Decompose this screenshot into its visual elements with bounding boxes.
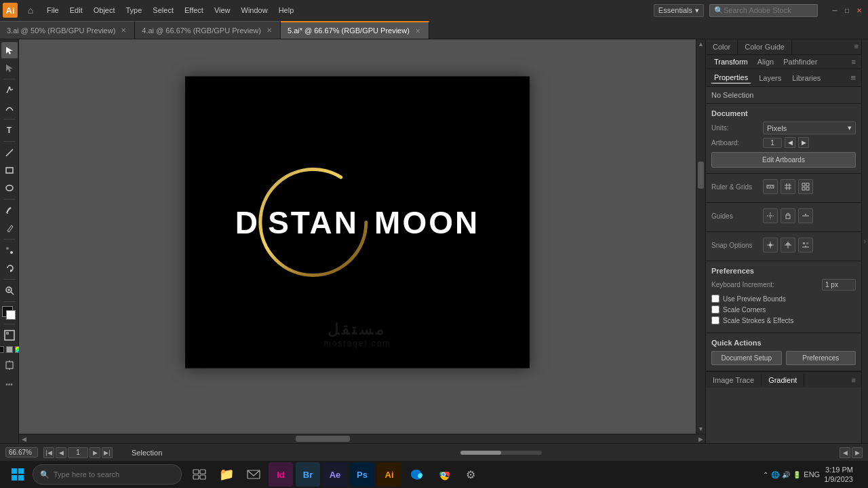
artboard-next-nav-btn[interactable]: ▶ [90, 447, 100, 458]
tray-volume-icon[interactable]: 🔊 [782, 471, 790, 478]
direct-selection-tool[interactable] [1, 60, 18, 76]
menu-edit[interactable]: Edit [65, 3, 87, 17]
document-setup-btn[interactable]: Document Setup [711, 351, 782, 365]
mail-app[interactable] [241, 462, 266, 487]
rulers-btn[interactable] [763, 179, 778, 194]
menu-help[interactable]: Help [274, 3, 299, 17]
artboard-tool[interactable] [1, 357, 18, 373]
color-indicator[interactable] [2, 306, 17, 321]
blend-tool[interactable] [1, 242, 18, 259]
menu-file[interactable]: File [42, 3, 64, 17]
tab-libraries[interactable]: Libraries [789, 73, 823, 83]
ps-app[interactable]: Ps [350, 462, 374, 487]
artboard-prev-nav-btn[interactable]: ◀ [56, 447, 66, 458]
menu-object[interactable]: Object [89, 3, 120, 17]
tab-color-guide[interactable]: Color Guide [738, 39, 792, 54]
scroll-down-btn[interactable]: ▼ [696, 424, 706, 434]
image-trace-tab[interactable]: Image Trace [706, 374, 762, 386]
workspace-selector[interactable]: Essentials ▾ [654, 4, 704, 17]
use-preview-bounds-checkbox[interactable] [711, 295, 719, 303]
units-dropdown[interactable]: Pixels ▾ [763, 121, 856, 134]
curvature-tool[interactable] [1, 100, 18, 116]
start-button[interactable] [5, 462, 30, 487]
line-tool[interactable] [1, 145, 18, 161]
scale-corners-checkbox[interactable] [711, 305, 719, 314]
tab-pathfinder[interactable]: Pathfinder [781, 57, 820, 67]
scroll-up-btn[interactable]: ▲ [696, 39, 706, 49]
scroll-thumb-v[interactable] [698, 162, 704, 189]
chrome-app[interactable] [431, 462, 456, 487]
preferences-btn[interactable]: Preferences [786, 351, 856, 365]
right-panel-collapse[interactable]: › [861, 39, 868, 443]
document-section-title[interactable]: Document [711, 109, 856, 117]
file-explorer-app[interactable]: 📁 [214, 462, 239, 487]
taskview-btn[interactable] [187, 462, 212, 487]
horizontal-scrollbar[interactable]: ◀ ▶ [19, 434, 705, 443]
artboard-last-btn[interactable]: ▶| [102, 447, 113, 458]
home-icon[interactable]: ⌂ [23, 3, 38, 18]
rotate-tool[interactable] [1, 260, 18, 276]
tab-align[interactable]: Align [755, 57, 776, 67]
tray-chevron[interactable]: ⌃ [763, 471, 768, 478]
tab-1-close[interactable]: ✕ [119, 26, 127, 35]
preferences-title[interactable]: Preferences [711, 267, 856, 275]
tab-layers[interactable]: Layers [756, 73, 784, 83]
brush-tool[interactable] [1, 202, 18, 219]
gradient-tab[interactable]: Gradient [762, 374, 804, 386]
show-desktop-btn[interactable] [857, 462, 863, 487]
lock-guides-btn[interactable] [781, 208, 795, 223]
artboard-next-btn[interactable]: ▶ [798, 137, 809, 148]
menu-effect[interactable]: Effect [180, 3, 208, 17]
tab-properties[interactable]: Properties [711, 72, 751, 83]
transform-panel-menu[interactable]: ≡ [852, 58, 856, 66]
ae-app[interactable]: Ae [323, 462, 347, 487]
tab-transform[interactable]: Transform [711, 57, 751, 67]
selection-tool[interactable] [1, 42, 18, 58]
snap-to-grid-btn[interactable] [781, 238, 795, 252]
snap-to-point-btn[interactable] [763, 238, 778, 252]
edit-artboards-btn[interactable]: Edit Artboards [711, 152, 856, 168]
grid-btn[interactable] [781, 179, 795, 194]
clock[interactable]: 3:19 PM 1/9/2023 [824, 465, 853, 485]
rectangle-tool[interactable] [1, 162, 18, 179]
smart-guides-btn[interactable] [798, 208, 813, 223]
close-button[interactable]: ✕ [853, 4, 865, 16]
tab-3[interactable]: 5.ai* @ 66.67% (RGB/GPU Preview) ✕ [281, 21, 429, 39]
stroke-color-swatch[interactable] [6, 346, 13, 353]
settings-app[interactable]: ⚙ [458, 462, 483, 487]
menu-window[interactable]: Window [237, 3, 273, 17]
vertical-scrollbar[interactable]: ▲ ▼ [696, 39, 705, 434]
zoom-input[interactable] [5, 447, 38, 457]
h-scroll-left[interactable]: ◀ [840, 447, 850, 458]
canvas-area[interactable]: D [19, 39, 696, 434]
type-tool[interactable]: T [1, 122, 18, 138]
tab-3-close[interactable]: ✕ [414, 26, 422, 35]
tab-color[interactable]: Color [706, 39, 738, 54]
color-panel-menu[interactable]: ≡ [852, 39, 861, 54]
scroll-track-v[interactable] [696, 49, 705, 424]
minimize-button[interactable]: ─ [829, 4, 841, 16]
zoom-tool[interactable] [1, 282, 18, 299]
edge-app[interactable] [404, 462, 429, 487]
menu-view[interactable]: View [210, 3, 235, 17]
ai-app[interactable]: Ai [377, 462, 401, 487]
footer-panel-menu[interactable]: ≡ [846, 374, 861, 386]
tray-network-icon[interactable]: 🌐 [771, 471, 779, 478]
fill-color-swatch[interactable] [0, 346, 4, 353]
taskbar-search-input[interactable] [54, 470, 174, 478]
artboard-first-btn[interactable]: |◀ [43, 447, 54, 458]
tab-1[interactable]: 3.ai @ 50% (RGB/GPU Preview) ✕ [0, 21, 135, 39]
tab-2-close[interactable]: ✕ [265, 26, 273, 35]
maximize-button[interactable]: □ [841, 4, 853, 16]
keyboard-increment-input[interactable] [822, 279, 856, 290]
tab-2[interactable]: 4.ai @ 66.67% (RGB/GPU Preview) ✕ [135, 21, 281, 39]
scroll-track-h[interactable] [28, 434, 696, 443]
screen-mode-btn[interactable] [1, 327, 18, 343]
bridge-app[interactable]: Br [296, 462, 320, 487]
pixel-grid-btn[interactable] [798, 179, 813, 194]
pen-tool[interactable] [1, 82, 18, 98]
ellipse-tool[interactable] [1, 180, 18, 196]
properties-panel-menu[interactable]: ≡ [850, 73, 856, 83]
artboard-num[interactable]: 1 [763, 138, 782, 148]
search-input[interactable] [724, 6, 812, 14]
